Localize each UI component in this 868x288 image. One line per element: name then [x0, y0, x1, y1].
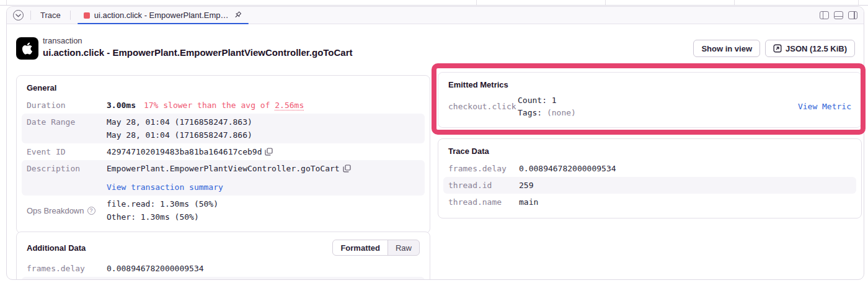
copy-description-button[interactable] [343, 164, 351, 173]
thread-id-value: 259 [107, 279, 420, 280]
formatted-toggle[interactable]: Formatted [333, 240, 388, 255]
external-link-icon [773, 44, 782, 53]
trace-data-card: Trace Data frames.delay 0.00894678200000… [438, 138, 862, 218]
format-segmented-control: Formatted Raw [332, 240, 420, 256]
collapse-drawer-button[interactable] [13, 10, 24, 20]
active-tab-label: ui.action.click - EmpowerPlant.Emp… [94, 11, 229, 20]
metric-count: Count: 1 [518, 94, 798, 107]
duration-key: Duration [27, 99, 107, 112]
frames-delay-key: frames.delay [448, 162, 519, 175]
thread-id-key: thread.id [27, 279, 107, 280]
thread-id-value: 259 [519, 179, 851, 192]
date-range-key: Date Range [27, 115, 107, 142]
event-id-key: Event ID [27, 145, 107, 158]
chevron-down-circle-icon [16, 14, 21, 17]
table-column-divider [734, 0, 735, 5]
tab-trace-label: Trace [40, 11, 61, 20]
transaction-op-icon [84, 12, 90, 19]
tab-trace[interactable]: Trace [38, 11, 63, 20]
emitted-metrics-title: Emitted Metrics [448, 80, 851, 89]
table-column-divider [605, 0, 606, 5]
metric-tags: Tags: (none) [518, 107, 798, 119]
row-date-range: Date Range May 28, 01:04 (1716858247.863… [22, 114, 425, 143]
dock-left-icon[interactable] [820, 11, 829, 19]
additional-data-card: Additional Data Formatted Raw frames.del… [16, 232, 430, 280]
view-transaction-summary-link[interactable]: View transaction summary [107, 182, 223, 192]
frames-delay-key: frames.delay [27, 262, 107, 275]
frames-delay-value: 0.008946782000009534 [519, 162, 851, 175]
apple-platform-icon [16, 37, 38, 60]
copy-event-id-button[interactable] [265, 148, 273, 156]
metric-name: checkout.click [448, 101, 518, 113]
event-id-value: 429747102019483ba81ba164617ceb9d [107, 147, 262, 156]
show-in-view-label: Show in view [701, 44, 752, 53]
header-actions: Show in view JSON (12.5 KiB) [693, 40, 855, 57]
raw-toggle[interactable]: Raw [388, 240, 419, 255]
pin-tab-button[interactable] [234, 11, 242, 19]
table-column-divider [858, 0, 859, 5]
duration-value: 3.00ms [107, 99, 136, 112]
thread-name-key: thread.name [448, 196, 519, 209]
trace-drawer: Trace ui.action.click - EmpowerPlant.Emp… [6, 6, 864, 280]
frames-delay-value: 0.008946782000009534 [107, 262, 420, 275]
duration-comparison: 17% slower than the avg of 2.56ms [144, 99, 304, 112]
drawer-layout-controls [820, 11, 857, 19]
row-thread-name: thread.name main [443, 194, 856, 210]
row-duration: Duration 3.00ms 17% slower than the avg … [22, 97, 425, 114]
pin-icon [234, 11, 242, 19]
thread-name-value: main [519, 196, 851, 209]
drawer-header: transaction ui.action.click - EmpowerPla… [43, 36, 353, 58]
thread-id-key: thread.id [448, 179, 519, 192]
tab-transaction-active[interactable]: ui.action.click - EmpowerPlant.Emp… [78, 7, 249, 24]
show-in-view-button[interactable]: Show in view [693, 40, 760, 57]
table-column-divider [6, 0, 7, 5]
view-metric-link[interactable]: View Metric [798, 101, 851, 113]
page-title: ui.action.click - EmpowerPlant.EmpowerPl… [43, 47, 353, 58]
date-range-end: May 28, 01:04 (1716858247.866) [107, 128, 420, 142]
general-card: General Duration 3.00ms 17% slower than … [16, 75, 430, 233]
help-icon[interactable]: ? [87, 207, 95, 215]
avg-duration-value[interactable]: 2.56ms [275, 101, 304, 110]
dock-bottom-icon[interactable] [834, 11, 843, 19]
json-button-label: JSON (12.5 KiB) [786, 44, 847, 53]
drawer-tab-bar: Trace ui.action.click - EmpowerPlant.Emp… [7, 7, 864, 24]
dock-right-icon[interactable] [848, 11, 857, 19]
date-range-start: May 28, 01:04 (1716858247.863) [107, 115, 420, 128]
row-frames-delay: frames.delay 0.008946782000009534 [443, 160, 856, 177]
row-ops-breakdown: Ops Breakdown ? file.read: 1.30ms (50%) … [22, 196, 425, 225]
additional-data-title: Additional Data [27, 243, 86, 253]
row-frames-delay: frames.delay 0.008946782000009534 [22, 260, 425, 277]
background-table-sliver [0, 0, 868, 6]
row-thread-id: thread.id 259 [22, 277, 425, 280]
description-value: EmpowerPlant.EmpowerPlantViewController.… [107, 164, 340, 173]
table-column-divider [476, 0, 477, 5]
trace-data-title: Trace Data [448, 146, 851, 156]
json-download-button[interactable]: JSON (12.5 KiB) [765, 40, 855, 57]
tabbar-divider [30, 11, 31, 20]
row-thread-id: thread.id 259 [443, 177, 856, 194]
metric-row: checkout.click Count: 1 Tags: (none) Vie… [448, 94, 851, 119]
description-key: Description [27, 162, 107, 194]
general-title: General [27, 83, 420, 92]
tabbar-divider [70, 11, 71, 20]
ops-breakdown-item: file.read: 1.30ms (50%) [107, 197, 420, 210]
row-description: Description EmpowerPlant.EmpowerPlantVie… [22, 160, 425, 196]
ops-breakdown-item: Other: 1.30ms (50%) [107, 210, 420, 223]
emitted-metrics-card: Emitted Metrics checkout.click Count: 1 … [438, 72, 862, 128]
row-event-id: Event ID 429747102019483ba81ba164617ceb9… [22, 143, 425, 160]
event-kind-label: transaction [43, 36, 353, 45]
ops-breakdown-key: Ops Breakdown ? [27, 204, 107, 217]
